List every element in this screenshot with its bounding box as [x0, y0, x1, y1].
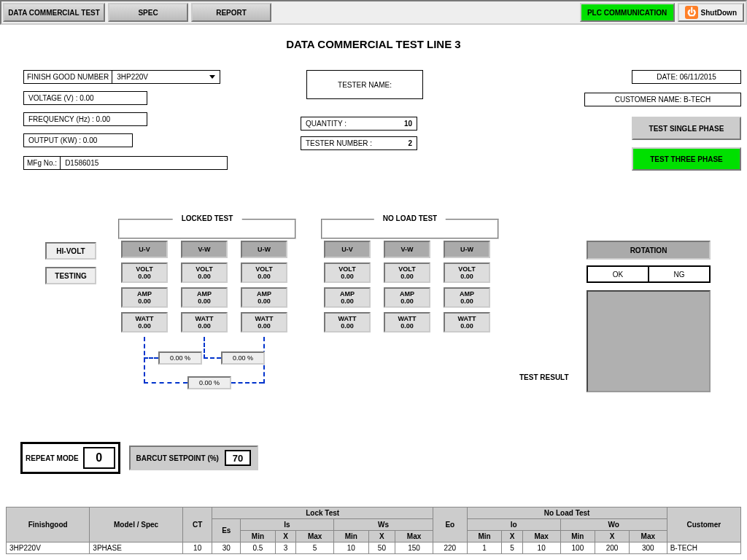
th-min: Min — [333, 531, 368, 542]
th-eo: Eo — [433, 508, 467, 542]
locked-uv-watt: WATT0.00 — [121, 312, 168, 332]
rotation-ng-button[interactable]: NG — [649, 266, 710, 282]
test-three-phase-button[interactable]: TEST THREE PHASE — [632, 147, 741, 171]
tester-name-field: TESTER NAME: — [306, 70, 423, 99]
noload-vw-header: V-W — [384, 241, 430, 258]
quantity-value: 10 — [404, 120, 412, 128]
repeat-mode-panel: REPEAT MODE 0 — [20, 442, 120, 474]
frequency-field: FREQUENCY (Hz) : 0.00 — [23, 112, 147, 126]
th-is: Is — [241, 519, 334, 531]
tester-number-label: TESTER NUMBER : — [306, 139, 408, 147]
locked-uv-volt: VOLT0.00 — [121, 262, 168, 283]
th-noloadtest: No Load Test — [467, 508, 667, 519]
table-row: 3HP220V 3PHASE 10 30 0.5 3 5 10 50 150 2… — [7, 542, 741, 554]
cell-io-x: 5 — [502, 542, 522, 554]
locked-uw-watt: WATT0.00 — [241, 312, 287, 332]
hi-volt-button[interactable]: HI-VOLT — [45, 242, 96, 260]
mfg-value: D1586015 — [61, 157, 227, 169]
noload-uw-header: U-W — [444, 241, 490, 258]
locked-uv-amp: AMP0.00 — [121, 287, 168, 308]
th-io: Io — [467, 519, 560, 531]
th-max: Max — [395, 531, 433, 542]
cell-ws-max: 150 — [395, 542, 433, 554]
noload-uw-watt: WATT0.00 — [444, 312, 490, 332]
finish-good-label: FINISH GOOD NUMBER — [24, 71, 112, 83]
th-max: Max — [629, 531, 667, 542]
th-x: X — [275, 531, 295, 542]
noload-vw-volt: VOLT0.00 — [384, 262, 430, 283]
testing-button[interactable]: TESTING — [45, 267, 96, 284]
shutdown-button[interactable]: ⏻ ShutDown — [678, 3, 744, 22]
barcut-value: 70 — [225, 450, 251, 466]
shutdown-label: ShutDown — [701, 9, 737, 17]
tab-spec[interactable]: SPEC — [108, 3, 188, 22]
cell-ct: 10 — [182, 542, 212, 554]
noload-uw-volt: VOLT0.00 — [444, 262, 490, 283]
locked-vw-amp: AMP0.00 — [181, 287, 228, 308]
cell-io-min: 1 — [467, 542, 502, 554]
spec-table: Finishgood Model / Spec CT Lock Test Eo … — [6, 507, 741, 554]
cell-wo-x: 200 — [595, 542, 630, 554]
th-customer: Customer — [667, 508, 740, 542]
locked-vw-watt: WATT0.00 — [181, 312, 228, 332]
locked-pct-1: 0.00 % — [158, 351, 202, 365]
output-field: OUTPUT (KW) : 0.00 — [23, 133, 133, 147]
th-min: Min — [241, 531, 276, 542]
locked-vw-header: V-W — [181, 241, 228, 258]
quantity-label: QUANTITY : — [306, 120, 404, 128]
tester-number-value: 2 — [408, 139, 412, 147]
test-result-display — [587, 290, 711, 392]
customer-field: CUSTOMER NAME: B-TECH — [584, 93, 741, 106]
th-locktest: Lock Test — [212, 508, 433, 519]
noload-vw-watt: WATT0.00 — [384, 312, 430, 332]
barcut-setpoint-panel: BARCUT SETPOINT (%) 70 — [129, 446, 258, 470]
th-ct: CT — [182, 508, 212, 542]
dash-line — [231, 382, 263, 384]
test-single-phase-button[interactable]: TEST SINGLE PHASE — [632, 117, 741, 140]
th-min: Min — [560, 531, 595, 542]
cell-eo: 220 — [433, 542, 467, 554]
dash-line — [144, 337, 145, 384]
chevron-down-icon — [209, 75, 215, 79]
dash-line — [204, 357, 221, 359]
locked-vw-volt: VOLT0.00 — [181, 262, 228, 283]
repeat-mode-label: REPEAT MODE — [26, 454, 79, 462]
finish-good-dropdown[interactable]: FINISH GOOD NUMBER 3HP220V — [23, 70, 220, 84]
tab-report[interactable]: REPORT — [191, 3, 271, 22]
noload-test-label: NO LOAD TEST — [374, 214, 446, 222]
power-icon: ⏻ — [685, 6, 698, 19]
tab-data-commercial-test[interactable]: DATA COMMERCIAL TEST — [3, 3, 105, 22]
locked-pct-2: 0.00 % — [221, 351, 265, 365]
locked-uv-header: U-V — [121, 241, 168, 258]
date-field: DATE: 06/11/2015 — [632, 70, 741, 84]
page-title: DATA COMMERCIAL TEST LINE 3 — [0, 38, 747, 50]
th-model: Model / Spec — [90, 508, 183, 542]
cell-is-min: 0.5 — [241, 542, 276, 554]
dash-line — [144, 382, 187, 384]
th-finishgood: Finishgood — [7, 508, 90, 542]
rotation-button[interactable]: ROTATION — [587, 241, 711, 260]
test-result-label: TEST RESULT — [519, 373, 569, 381]
locked-uw-volt: VOLT0.00 — [241, 262, 287, 283]
th-max: Max — [522, 531, 560, 542]
locked-test-label: LOCKED TEST — [173, 214, 242, 222]
cell-ws-min: 10 — [333, 542, 368, 554]
plc-communication-button[interactable]: PLC COMMUNICATION — [580, 3, 675, 22]
noload-uv-watt: WATT0.00 — [324, 312, 371, 332]
cell-wo-max: 300 — [629, 542, 667, 554]
th-ws: Ws — [333, 519, 433, 531]
noload-vw-amp: AMP0.00 — [384, 287, 430, 308]
noload-uv-header: U-V — [324, 241, 371, 258]
th-x: X — [368, 531, 395, 542]
th-es: Es — [212, 519, 241, 542]
noload-uw-amp: AMP0.00 — [444, 287, 490, 308]
th-wo: Wo — [560, 519, 667, 531]
cell-io-max: 10 — [522, 542, 560, 554]
rotation-ok-button[interactable]: OK — [587, 266, 649, 282]
cell-customer: B-TECH — [667, 542, 740, 554]
noload-uv-volt: VOLT0.00 — [324, 262, 371, 283]
cell-ws-x: 50 — [368, 542, 395, 554]
cell-es: 30 — [212, 542, 241, 554]
dash-line — [204, 337, 205, 359]
voltage-field: VOLTAGE (V) : 0.00 — [23, 91, 147, 105]
